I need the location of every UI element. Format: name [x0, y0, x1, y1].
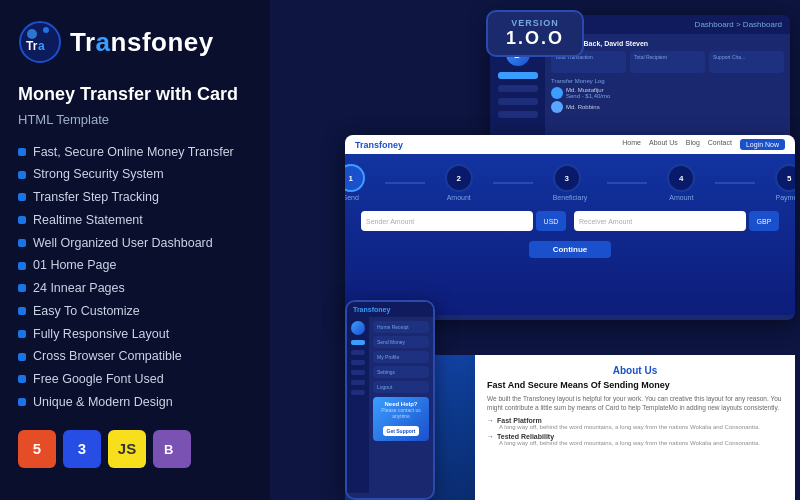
version-number: 1.O.O [506, 28, 564, 49]
nav-bar: Transfoney Home About Us Blog Contact Lo… [345, 135, 795, 154]
svg-point-1 [27, 29, 37, 39]
about-section-title: About Us [487, 365, 783, 376]
right-panel: Version 1.O.O Transfoney Dashboard > Das… [270, 0, 800, 500]
feature-title-2: Tested Reliability [487, 433, 783, 440]
form-row-1: Sender Amount USD Receiver Amount GBP [361, 211, 779, 231]
step-amount2: 4 [667, 164, 695, 192]
sender-amount-input[interactable]: Sender Amount [361, 211, 533, 231]
about-desc: We built the Transfoney layout is helpfu… [487, 394, 783, 412]
mobile-mockup: Transfoney Home Receipt Send Money [345, 300, 435, 500]
feature-dot [18, 216, 26, 224]
nav-items: Home About Us Blog Contact Login Now [622, 139, 785, 150]
mockup-breadcrumb: Dashboard > Dashboard [695, 20, 782, 29]
feature-item: Unique & Modern Design [18, 393, 252, 412]
mobile-sidebar [347, 317, 369, 493]
feature-item: Easy To Customize [18, 302, 252, 321]
svg-text:B: B [164, 442, 173, 457]
step-beneficiary: 3 [553, 164, 581, 192]
mobile-card-1: Home Receipt [373, 321, 429, 333]
logo-text: Transfoney [70, 27, 214, 58]
nav-blog: Blog [686, 139, 700, 150]
log-item-2: Md. Robbins [551, 101, 784, 113]
feature-item: Fully Responsive Layout [18, 325, 252, 344]
help-sub: Please contact us anytime [377, 407, 425, 419]
version-badge: Version 1.O.O [486, 10, 584, 57]
left-panel: Tr a Transfoney Money Transfer with Card… [0, 0, 270, 500]
about-content: About Us Fast And Secure Means Of Sendin… [475, 355, 795, 500]
about-heading: Fast And Secure Means Of Sending Money [487, 380, 783, 390]
step-amount: 2 [445, 164, 473, 192]
mobile-card-2: Send Money [373, 336, 429, 348]
html5-badge: 5 [18, 430, 56, 468]
nav-login-btn[interactable]: Login Now [740, 139, 785, 150]
nav-home: Home [622, 139, 641, 150]
mockup-welcome: Welcome Back, David Steven [551, 40, 784, 47]
nav-about: About Us [649, 139, 678, 150]
stat-support: Support Cha... [709, 51, 784, 73]
sender-currency-select[interactable]: USD [536, 211, 566, 231]
css3-badge: 3 [63, 430, 101, 468]
mobile-help: Need Help? Please contact us anytime Get… [373, 397, 429, 441]
mobile-avatar [351, 321, 365, 335]
help-btn[interactable]: Get Support [383, 426, 420, 436]
feature-dot [18, 330, 26, 338]
tech-badges: 5 3 JS B [18, 430, 252, 468]
sidebar-item-home [498, 98, 538, 105]
feature-title-1: Fast Platform [487, 417, 783, 424]
feature-desc-2: A long way off, behind the word mountain… [499, 440, 783, 446]
mockup-stats: Total Transaction Total Recipient Suppor… [551, 51, 784, 73]
logo-area: Tr a Transfoney [18, 20, 252, 64]
sender-amount-group: Sender Amount USD [361, 211, 566, 231]
feature-dot [18, 375, 26, 383]
feature-item: Strong Security System [18, 165, 252, 184]
mobile-card-5: Logout [373, 381, 429, 393]
feature-item: Cross Browser Compatible [18, 347, 252, 366]
bootstrap-badge: B [153, 430, 191, 468]
feature-desc-1: A long way off, behind the word mountain… [499, 424, 783, 430]
receiver-amount-input[interactable]: Receiver Amount [574, 211, 746, 231]
svg-point-2 [43, 27, 49, 33]
feature-list: Fast, Secure Online Money TransferStrong… [18, 143, 252, 412]
version-label: Version [506, 18, 564, 28]
svg-text:a: a [38, 39, 45, 53]
feature-item: Fast, Secure Online Money Transfer [18, 143, 252, 162]
svg-text:Tr: Tr [26, 39, 38, 53]
feature-item: 24 Innear Pages [18, 279, 252, 298]
nav-contact: Contact [708, 139, 732, 150]
feature-item: 01 Home Page [18, 256, 252, 275]
feature-dot [18, 193, 26, 201]
mobile-logo: Transfoney [353, 306, 390, 313]
transfer-form-mockup: Transfoney Home About Us Blog Contact Lo… [345, 135, 795, 320]
mobile-header: Transfoney [347, 302, 433, 317]
logo-icon: Tr a [18, 20, 62, 64]
log-item-1: Md. Mustafijur Send - $1,40/mo [551, 87, 784, 99]
log-title: Transfer Money Log [551, 78, 784, 84]
feature-dot [18, 148, 26, 156]
feature-dot [18, 262, 26, 270]
feature-item: Well Organized User Dashboard [18, 234, 252, 253]
sidebar-item-send [498, 85, 538, 92]
about-feature-1: Fast Platform A long way off, behind the… [487, 417, 783, 430]
sidebar-item-dashboard [498, 72, 538, 79]
feature-dot [18, 353, 26, 361]
sidebar-item-tx [498, 111, 538, 118]
nav-logo: Transfoney [355, 140, 403, 150]
feature-item: Realtime Statement [18, 211, 252, 230]
step-payment: 5 [775, 164, 795, 192]
mobile-body: Home Receipt Send Money My Profile Setti… [347, 317, 433, 493]
form-area: 1 Send 2 Amount 3 Beneficiary 4 Amount [345, 154, 795, 315]
feature-dot [18, 171, 26, 179]
feature-dot [18, 307, 26, 315]
avatar-1 [551, 87, 563, 99]
feature-dot [18, 239, 26, 247]
feature-item: Transfer Step Tracking [18, 188, 252, 207]
form-steps: 1 Send 2 Amount 3 Beneficiary 4 Amount [345, 164, 795, 201]
mobile-content: Home Receipt Send Money My Profile Setti… [369, 317, 433, 493]
step-send: 1 [345, 164, 365, 192]
mobile-card-3: My Profile [373, 351, 429, 363]
js-badge: JS [108, 430, 146, 468]
about-feature-2: Tested Reliability A long way off, behin… [487, 433, 783, 446]
continue-button[interactable]: Continue [529, 241, 612, 258]
receiver-currency-select[interactable]: GBP [749, 211, 779, 231]
mobile-card-4: Settings [373, 366, 429, 378]
